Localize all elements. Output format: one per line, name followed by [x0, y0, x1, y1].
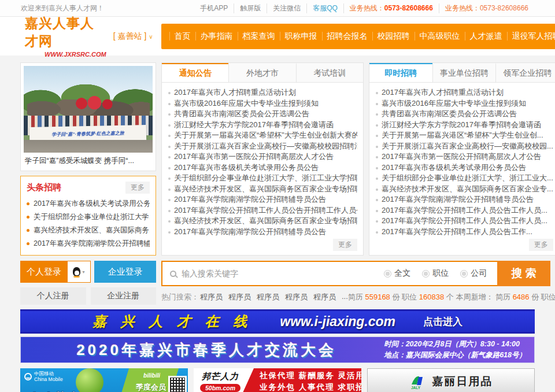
- topbar-link-service-qq[interactable]: 客服QQ: [306, 3, 343, 13]
- tab-outside-market[interactable]: 外地才市: [228, 63, 295, 82]
- nav-item[interactable]: 招聘会报名: [322, 32, 372, 40]
- news-item[interactable]: 共青团嘉兴市南湖区委员会公开选调公告: [375, 109, 553, 120]
- nav-item[interactable]: 中高级职位: [415, 32, 465, 40]
- personal-register-button[interactable]: 个人注册: [20, 287, 86, 305]
- chevron-down-icon: ▾: [82, 269, 84, 275]
- headline-item[interactable]: 关于组织部分企事业单位赴浙江大学...: [27, 210, 150, 224]
- radio-icon: [384, 270, 391, 278]
- news-item[interactable]: 2017年嘉兴学院南湖学院公开招聘辅导员公告: [168, 227, 357, 238]
- news-item[interactable]: 浙江财经大学东方学院2017年春季招聘会邀请函: [375, 120, 553, 131]
- site-title-block[interactable]: 嘉兴人事人才网 WWW.JXRSRC.COM: [25, 14, 106, 58]
- recruit-more-link[interactable]: 更多: [529, 239, 553, 251]
- tab-instant-recruit[interactable]: 即时招聘: [369, 63, 432, 82]
- news-item[interactable]: 2017年嘉兴市各级机关考试录用公务员公告: [375, 162, 553, 173]
- week-resume-label: 简历: [495, 293, 510, 301]
- photo-banner-text: 学子回“嘉”·青春筑梦·红色之嘉之旅: [51, 130, 124, 138]
- jaly-logo-text: JALY: [411, 386, 421, 390]
- spring-job-fair-banner[interactable]: 2020年嘉兴市春季人才交流大会 时间：2020年2月8日（周六）8:30 - …: [20, 336, 535, 363]
- news-item[interactable]: 嘉兴经济技术开发区、嘉兴国际商务区百家企业专...: [375, 184, 553, 195]
- tab-leading-enterprise[interactable]: 领军企业招聘: [495, 63, 555, 82]
- news-item[interactable]: 2017年嘉兴市人才招聘重点活动计划: [168, 87, 357, 98]
- login-column: 个人登录 ▾ 企业登录 个人注册 企业注册: [20, 261, 156, 305]
- news-item[interactable]: 2017年嘉兴学院公开招聘工作人员公告开招聘工作人员公告开...: [168, 205, 357, 216]
- banner1-cta: 点击进入: [423, 315, 462, 328]
- photo-caption[interactable]: 学子回“嘉”感受禾城蝶变 携手同“...: [24, 153, 153, 168]
- hot-search-term[interactable]: 程序员: [313, 292, 336, 302]
- news-item[interactable]: 2017年嘉兴学院公开招聘工作人员公告工作人员...: [375, 205, 553, 216]
- tab-exam-training[interactable]: 考试培训: [296, 63, 363, 82]
- company-login-button[interactable]: 企业登录: [94, 261, 156, 283]
- bangmang-brand-block: 邦芒人力 50bm.com: [194, 368, 254, 392]
- hotline-1-number: 0573-82608666: [384, 4, 433, 12]
- news-item[interactable]: 关于开展浙江嘉兴百家企业高校行—安徽高校校园...: [375, 141, 553, 152]
- personal-login-button[interactable]: 个人登录: [20, 261, 68, 283]
- station-selector[interactable]: [ 嘉善站 ] ∨: [113, 31, 153, 42]
- news-item[interactable]: 2017年嘉兴市第一医院公开招聘高层次人才公告: [375, 151, 553, 162]
- jaly-ad[interactable]: JALY 嘉丽日用品: [367, 368, 535, 392]
- search-input[interactable]: [182, 269, 384, 278]
- notice-more-link[interactable]: 更多: [333, 239, 357, 251]
- news-item[interactable]: 2017年嘉兴学院公开招聘工作人员公告工作人员...: [375, 216, 553, 227]
- job-label: 职位: [402, 293, 417, 301]
- news-item[interactable]: 关于组织部分企事业单位赴浙江大学、浙江工业大学招聘人才的...: [168, 173, 357, 184]
- qq-login-dropdown[interactable]: ▾: [68, 261, 91, 283]
- tab-public-institution[interactable]: 事业单位招聘: [432, 63, 496, 82]
- headline-more-link[interactable]: 更多: [125, 182, 150, 194]
- banner2-place-value: 嘉兴国际会展中心（新气象路618号）: [406, 351, 526, 359]
- hot-search-term[interactable]: ...: [342, 292, 348, 302]
- jiaxing-talent-online-banner[interactable]: 嘉 兴 人 才 在 线 www.i-jiaxing.com 点击进入: [20, 309, 535, 334]
- bangmang-service-line1: 社保代理 薪酬服务 灵活用工: [260, 370, 361, 382]
- nav-item[interactable]: 校园招聘: [372, 32, 415, 40]
- topbar-link-touch-version[interactable]: 触屏版: [234, 3, 267, 13]
- news-item[interactable]: 关于组织部分企事业单位赴浙江大学、浙江工业大...: [375, 173, 553, 184]
- nav-item[interactable]: 退役军人招聘: [507, 32, 555, 40]
- topbar-link-wechat[interactable]: 关注微信: [267, 3, 306, 13]
- ad-title: 移动花卡: [24, 390, 79, 392]
- footer-ads: 中国移动 China Mobile bilibili 季度会员 移动花卡 邦芒人…: [20, 368, 535, 392]
- news-item[interactable]: 2017年嘉兴市第一医院公开招聘高层次人才公告: [168, 151, 357, 162]
- headline-item[interactable]: 嘉兴经济技术开发区、嘉兴国际商务...: [27, 224, 150, 237]
- news-item[interactable]: 2017年嘉兴市人才招聘重点活动计划: [375, 87, 553, 98]
- news-photo[interactable]: 学子回“嘉”·青春筑梦·红色之嘉之旅: [24, 66, 153, 153]
- nav-item[interactable]: 职称申报: [280, 32, 322, 40]
- nav-item[interactable]: 人才派遣: [465, 32, 507, 40]
- search-scope-option[interactable]: 职位: [422, 268, 449, 279]
- nav-item[interactable]: 首页: [169, 32, 195, 40]
- news-item[interactable]: 浙江财经大学东方学院2017年春季招聘会邀请函: [168, 120, 357, 131]
- news-item[interactable]: 嘉兴经济技术开发区、嘉兴国际商务区百家企业专场招聘会公告: [168, 184, 357, 195]
- tab-notice[interactable]: 通知公告: [162, 63, 228, 82]
- news-item[interactable]: 关于开展第一届嘉兴港区“希望杯”大学生创业创...: [375, 130, 553, 141]
- hot-search-term[interactable]: 程序员: [200, 292, 223, 302]
- news-item[interactable]: 关于开展第一届嘉兴港区“希望杯”大学生创业创新大赛的通知: [168, 130, 357, 141]
- bangmang-hr-ad[interactable]: 邦芒人力 50bm.com 社保代理 薪酬服务 灵活用工 业务外包 人事代理 求…: [194, 368, 361, 392]
- headline-item[interactable]: 2017年嘉兴学院南湖学院公开招聘辅...: [27, 237, 150, 250]
- headline-item[interactable]: 2017年嘉兴市各级机关考试录用公务...: [27, 197, 150, 210]
- news-item[interactable]: 2017年嘉兴学院公开招聘工作人员公告工作...: [375, 227, 553, 238]
- news-item[interactable]: 2017年嘉兴学院南湖学院公开招聘辅导员公告: [168, 194, 357, 205]
- news-item[interactable]: 关于开展浙江嘉兴百家企业高校行—安徽高校校园招聘活动的通...: [168, 141, 357, 152]
- photo-card: 学子回“嘉”·青春筑梦·红色之嘉之旅 学子回“嘉”感受禾城蝶变 携手同“...: [20, 62, 156, 171]
- topbar-link-mobile-app[interactable]: 手机APP: [194, 3, 234, 13]
- news-item[interactable]: 2017年嘉兴市各级机关考试录用公务员公告: [168, 162, 357, 173]
- hot-search-term[interactable]: 程序员: [228, 292, 251, 302]
- hot-search-term[interactable]: 程序员: [285, 292, 308, 302]
- photo-ground: [24, 140, 153, 153]
- news-item[interactable]: 嘉兴市级2016年应届大中专毕业生报到须知: [375, 98, 553, 109]
- search-button[interactable]: 搜索: [497, 261, 550, 286]
- china-mobile-ad[interactable]: 中国移动 China Mobile bilibili 季度会员 移动花卡: [20, 368, 188, 392]
- news-item[interactable]: 2017年嘉兴学院南湖学院公开招聘辅导员公告: [375, 194, 553, 205]
- news-item[interactable]: 共青团嘉兴市南湖区委员会公开选调公告: [168, 109, 357, 120]
- news-item[interactable]: 嘉兴经济技术开发区、嘉兴国际商务区百家企业专场招聘会公告: [168, 216, 357, 227]
- scope-label: 公司: [471, 268, 487, 279]
- search-scope-option[interactable]: 全文: [384, 268, 410, 279]
- hot-search-term[interactable]: 程序员: [257, 292, 279, 302]
- headline-list: 2017年嘉兴市各级机关考试录用公务...关于组织部分企事业单位赴浙江大学...…: [21, 197, 156, 250]
- nav-item[interactable]: 档案查询: [238, 32, 280, 40]
- nav-item[interactable]: 办事指南: [195, 32, 238, 40]
- news-item[interactable]: 嘉兴市级2016年应届大中专毕业生报到须知: [168, 98, 357, 109]
- company-register-button[interactable]: 企业注册: [91, 287, 157, 305]
- search-icon: [170, 271, 176, 277]
- notice-tabs: 通知公告 外地才市 考试培训: [162, 63, 363, 83]
- search-scope-option[interactable]: 公司: [460, 268, 487, 279]
- week-new-label: 本周新增：: [456, 293, 493, 301]
